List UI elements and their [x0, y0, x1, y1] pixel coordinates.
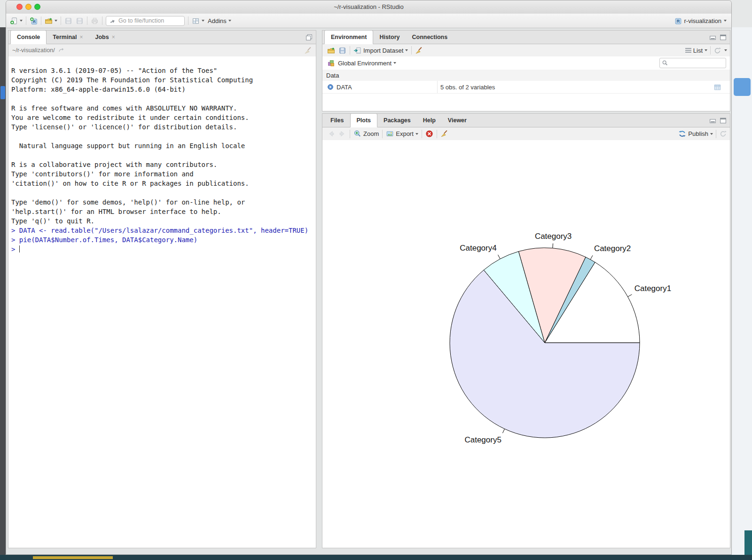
environment-scope-label: Global Environment	[338, 60, 392, 67]
load-workspace-folder-icon[interactable]	[327, 47, 335, 55]
publish-icon	[678, 130, 686, 138]
list-view-caret-icon	[705, 49, 707, 51]
import-dataset-caret-icon	[405, 49, 408, 51]
environment-scope-row: Global Environment	[322, 56, 730, 70]
environment-search-box[interactable]	[659, 58, 726, 68]
tab-console[interactable]: Console	[10, 30, 47, 44]
list-view-button[interactable]: List	[685, 47, 707, 54]
tab-history-label: History	[379, 34, 400, 40]
project-menu-button[interactable]: r-visualization	[674, 14, 727, 28]
export-plot-button[interactable]: Export	[386, 130, 418, 138]
save-workspace-floppy-icon[interactable]	[338, 47, 346, 55]
object-expander-icon[interactable]	[327, 84, 334, 90]
maximize-console-pane-icon[interactable]	[305, 33, 313, 41]
tab-viewer[interactable]: Viewer	[442, 114, 473, 127]
addins-button[interactable]: Addins	[208, 17, 231, 24]
pie-label-category4: Category4	[460, 244, 496, 252]
goto-file-function-box[interactable]	[106, 16, 185, 26]
list-lines-icon	[685, 47, 691, 54]
tab-history[interactable]: History	[373, 31, 406, 44]
tab-plots-label: Plots	[357, 117, 371, 124]
console-prompt-line[interactable]: >	[11, 245, 316, 254]
object-value: 5 obs. of 2 variables	[437, 81, 713, 93]
pie-label-tick	[628, 294, 632, 297]
tab-packages[interactable]: Packages	[377, 114, 417, 127]
console-output: R version 3.6.1 (2019-07-05) -- "Action …	[11, 66, 316, 226]
previous-plot-icon	[327, 130, 335, 138]
pie-label-tick	[553, 244, 553, 248]
clear-environment-broom-icon[interactable]	[415, 47, 423, 55]
addins-label: Addins	[208, 17, 227, 24]
pane-layout-button[interactable]	[192, 17, 204, 25]
environment-toolbar: Import Dataset List	[322, 44, 730, 57]
console-command: > pie(DATA$Number.of.Times, DATA$Categor…	[11, 235, 316, 245]
environment-object-row[interactable]: DATA 5 obs. of 2 variables	[322, 81, 730, 94]
zoom-magnifier-icon	[353, 130, 361, 138]
console-command: > DATA <- read.table("/Users/lsalazar/co…	[11, 226, 316, 235]
tab-help-label: Help	[423, 117, 436, 124]
export-label: Export	[396, 130, 414, 137]
goto-file-function-input[interactable]	[118, 17, 176, 24]
tab-packages-label: Packages	[384, 117, 411, 124]
export-caret-icon	[415, 133, 418, 135]
open-recent-caret-icon[interactable]	[55, 20, 57, 22]
new-file-button[interactable]	[10, 17, 23, 25]
tab-connections[interactable]: Connections	[406, 31, 454, 44]
maximize-pane-icon[interactable]	[719, 33, 727, 41]
background-bottom-band	[0, 555, 752, 560]
share-directory-icon[interactable]	[58, 47, 64, 54]
pie-label-category3: Category3	[535, 232, 572, 241]
tab-help[interactable]: Help	[417, 114, 442, 127]
console-body[interactable]: R version 3.6.1 (2019-07-05) -- "Action …	[8, 56, 316, 548]
environment-search-input[interactable]	[670, 59, 725, 67]
list-view-label: List	[693, 47, 703, 54]
minimize-pane-icon[interactable]	[709, 33, 717, 41]
tab-files[interactable]: Files	[324, 114, 350, 127]
minimize-pane-icon[interactable]	[709, 117, 717, 125]
close-window-button[interactable]	[16, 4, 23, 10]
tab-terminal[interactable]: Terminal×	[47, 31, 89, 44]
tab-terminal-close-icon[interactable]: ×	[79, 34, 83, 40]
maximize-pane-icon[interactable]	[719, 117, 727, 125]
publish-plot-button[interactable]: Publish	[678, 130, 713, 138]
tab-jobs-close-icon[interactable]: ×	[112, 34, 115, 40]
new-project-button[interactable]	[30, 17, 38, 25]
tab-jobs[interactable]: Jobs×	[89, 31, 121, 44]
main-toolbar: Addins r-visualization	[6, 14, 731, 28]
new-file-caret-icon[interactable]	[20, 20, 23, 22]
view-table-icon[interactable]	[713, 83, 721, 91]
refresh-caret-icon[interactable]	[724, 49, 727, 51]
tab-terminal-label: Terminal	[53, 34, 77, 40]
object-name[interactable]: DATA	[337, 84, 437, 91]
refresh-plot-icon	[719, 130, 727, 138]
export-image-icon	[386, 130, 394, 138]
import-dataset-button[interactable]: Import Dataset	[353, 47, 408, 55]
environment-scope-caret-icon	[393, 62, 396, 64]
open-file-button[interactable]	[45, 17, 57, 25]
pie-chart: Category1Category2Category3Category4Cate…	[322, 140, 730, 548]
plot-canvas: Category1Category2Category3Category4Cate…	[322, 140, 730, 548]
pie-label-tick	[590, 255, 593, 260]
tab-console-label: Console	[17, 34, 40, 40]
remove-plot-icon[interactable]	[425, 130, 433, 138]
project-name-label: r-visualization	[684, 17, 721, 24]
tab-plots[interactable]: Plots	[350, 113, 378, 127]
tab-jobs-label: Jobs	[95, 34, 109, 40]
minimize-window-button[interactable]	[25, 4, 31, 10]
tab-environment[interactable]: Environment	[324, 30, 373, 44]
pie-label-category1: Category1	[634, 284, 671, 293]
pie-label-category2: Category2	[594, 244, 631, 253]
zoom-plot-button[interactable]: Zoom	[353, 130, 379, 138]
zoom-window-button[interactable]	[34, 4, 40, 10]
environment-section-header: Data	[322, 70, 730, 81]
zoom-label: Zoom	[363, 130, 379, 137]
clear-all-plots-broom-icon[interactable]	[440, 130, 448, 138]
plots-pane: Files Plots Packages Help Viewer Zoo	[322, 113, 730, 548]
tab-connections-label: Connections	[412, 34, 447, 40]
project-r-cube-icon	[674, 17, 682, 25]
pane-layout-caret-icon[interactable]	[202, 20, 204, 22]
environment-scope-selector[interactable]: Global Environment	[338, 60, 396, 67]
refresh-environment-icon[interactable]	[713, 47, 721, 55]
rstudio-window: ~/r-visualization - RStudio	[6, 0, 732, 555]
clear-console-broom-icon[interactable]	[304, 47, 312, 55]
